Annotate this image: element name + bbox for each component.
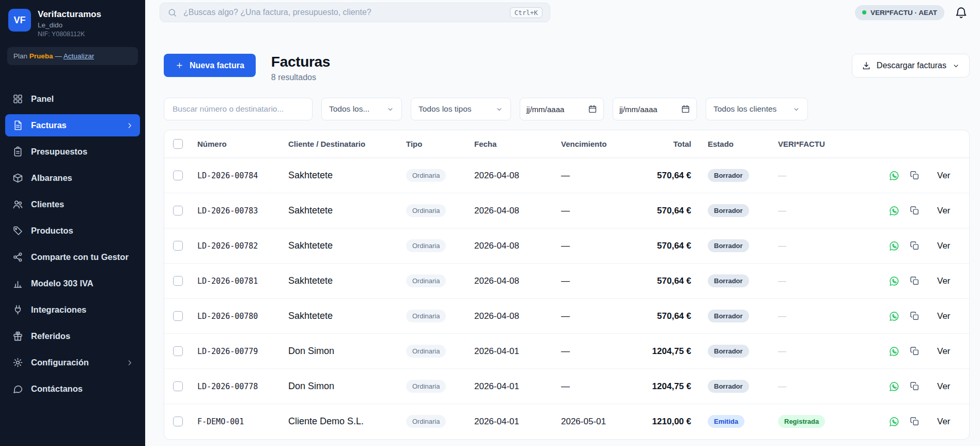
invoices-table-card: NúmeroCliente / DestinatarioTipoFechaVen…	[164, 130, 970, 440]
view-invoice-link[interactable]: Ver	[937, 417, 951, 427]
calendar-icon[interactable]	[681, 104, 690, 114]
sidebar-item-facturas[interactable]: Facturas	[5, 114, 140, 136]
share-icon	[12, 252, 24, 263]
row-checkbox[interactable]	[173, 346, 183, 356]
invoice-status: Borrador	[696, 228, 772, 264]
row-checkbox[interactable]	[173, 311, 183, 321]
status-badge: Borrador	[708, 204, 749, 217]
sidebar-item-comparte-gestor[interactable]: Comparte con tu Gestor	[5, 246, 140, 268]
whatsapp-icon[interactable]	[889, 205, 900, 217]
view-invoice-link[interactable]: Ver	[937, 311, 951, 321]
whatsapp-icon[interactable]	[889, 381, 900, 392]
copy-icon[interactable]	[910, 276, 920, 286]
page-title: Facturas	[271, 54, 330, 70]
brand-name: Verifacturamos	[38, 9, 101, 20]
whatsapp-icon[interactable]	[889, 346, 900, 357]
invoice-total: 1204,75 €	[643, 369, 696, 404]
search-shortcut-badge: Ctrl+K	[510, 7, 542, 18]
copy-icon[interactable]	[910, 206, 920, 216]
view-invoice-link[interactable]: Ver	[937, 276, 951, 286]
verifactu-status-pill[interactable]: VERI*FACTU · AEAT	[855, 5, 944, 20]
users-icon	[12, 199, 24, 210]
invoice-actions: Ver	[875, 264, 969, 299]
view-invoice-link[interactable]: Ver	[937, 241, 951, 251]
type-filter-dropdown[interactable]: Todos los tipos	[411, 98, 511, 120]
sidebar-item-label: Facturas	[31, 120, 67, 131]
sidebar-item-albaranes[interactable]: Albaranes	[5, 167, 140, 189]
date-to-input[interactable]: jj/mm/aaaa	[613, 98, 697, 120]
chat-icon	[12, 383, 24, 394]
whatsapp-icon[interactable]	[889, 311, 900, 322]
status-filter-dropdown[interactable]: Todos los...	[321, 98, 402, 120]
row-checkbox[interactable]	[173, 276, 183, 286]
sidebar-item-productos[interactable]: Productos	[5, 220, 140, 242]
whatsapp-icon[interactable]	[889, 416, 900, 427]
invoice-actions: Ver	[875, 334, 969, 369]
sidebar-item-configuracion[interactable]: Configuración	[5, 351, 140, 374]
sidebar-item-panel[interactable]: Panel	[5, 88, 140, 110]
invoice-total: 570,64 €	[643, 299, 696, 334]
row-checkbox[interactable]	[173, 171, 183, 180]
copy-icon[interactable]	[910, 311, 920, 321]
invoice-due-date: —	[555, 299, 643, 334]
column-header: Tipo	[400, 130, 468, 158]
whatsapp-icon[interactable]	[889, 170, 900, 181]
type-badge: Ordinaria	[406, 345, 446, 358]
download-icon	[862, 61, 871, 70]
invoice-due-date: —	[555, 228, 643, 264]
sidebar-item-referidos[interactable]: Referidos	[5, 325, 140, 347]
view-invoice-link[interactable]: Ver	[937, 206, 951, 216]
sidebar-item-modelo-303-iva[interactable]: Modelo 303 IVA	[5, 272, 140, 295]
filters-bar: Todos los... Todos los tipos jj/mm/aaaa …	[164, 98, 970, 120]
select-all-checkbox[interactable]	[173, 139, 183, 149]
row-checkbox[interactable]	[173, 381, 183, 391]
row-checkbox[interactable]	[173, 417, 183, 426]
new-invoice-button[interactable]: Nueva factura	[164, 54, 256, 77]
copy-icon[interactable]	[910, 346, 920, 356]
notifications-bell-icon[interactable]	[954, 5, 969, 20]
copy-icon[interactable]	[910, 241, 920, 251]
copy-icon[interactable]	[910, 381, 920, 391]
copy-icon[interactable]	[910, 171, 920, 180]
invoice-due-date: —	[555, 193, 643, 228]
plan-upgrade-link[interactable]: Actualizar	[64, 52, 94, 60]
invoice-verifactu: —	[772, 299, 875, 334]
invoice-type: Ordinaria	[400, 334, 468, 369]
view-invoice-link[interactable]: Ver	[937, 171, 951, 181]
global-search-input[interactable]	[182, 7, 505, 18]
global-search[interactable]: Ctrl+K	[160, 3, 550, 22]
invoice-actions: Ver	[875, 193, 969, 228]
sidebar-item-presupuestos[interactable]: Presupuestos	[5, 141, 140, 163]
view-invoice-link[interactable]: Ver	[937, 346, 951, 357]
filter-search-input[interactable]	[164, 98, 313, 120]
sidebar: VF Verifacturamos Le_dido NIF: Y0808112K…	[0, 0, 145, 446]
invoice-total: 1204,75 €	[643, 334, 696, 369]
row-checkbox[interactable]	[173, 241, 183, 251]
chevron-down-icon	[495, 105, 503, 113]
sidebar-item-label: Contáctanos	[31, 383, 83, 394]
copy-icon[interactable]	[910, 417, 920, 426]
download-invoices-button[interactable]: Descargar facturas	[852, 54, 970, 78]
invoice-due-date: —	[555, 334, 643, 369]
view-invoice-link[interactable]: Ver	[937, 381, 951, 392]
sidebar-item-clientes[interactable]: Clientes	[5, 193, 140, 216]
whatsapp-icon[interactable]	[889, 240, 900, 252]
plus-icon	[175, 61, 184, 70]
plan-name: Prueba	[29, 52, 53, 60]
table-header-row: NúmeroCliente / DestinatarioTipoFechaVen…	[164, 130, 969, 158]
invoice-client: Sakhtetete	[282, 228, 400, 264]
client-filter-value: Todos los clientes	[713, 104, 776, 114]
column-header: VERI*FACTU	[772, 130, 875, 158]
date-from-input[interactable]: jj/mm/aaaa	[520, 98, 604, 120]
sidebar-item-contactanos[interactable]: Contáctanos	[5, 378, 140, 400]
client-filter-dropdown[interactable]: Todos los clientes	[706, 98, 808, 120]
invoice-status: Borrador	[696, 264, 772, 299]
type-badge: Ordinaria	[406, 274, 446, 287]
calendar-icon[interactable]	[588, 104, 597, 114]
sidebar-item-integraciones[interactable]: Integraciones	[5, 299, 140, 321]
row-checkbox[interactable]	[173, 206, 183, 216]
whatsapp-icon[interactable]	[889, 275, 900, 287]
table-body: LD-2026-00784 Sakhtetete Ordinaria 2026-…	[164, 158, 969, 439]
account-nif: NIF: Y0808112K	[38, 30, 101, 38]
column-header: Cliente / Destinatario	[282, 130, 400, 158]
